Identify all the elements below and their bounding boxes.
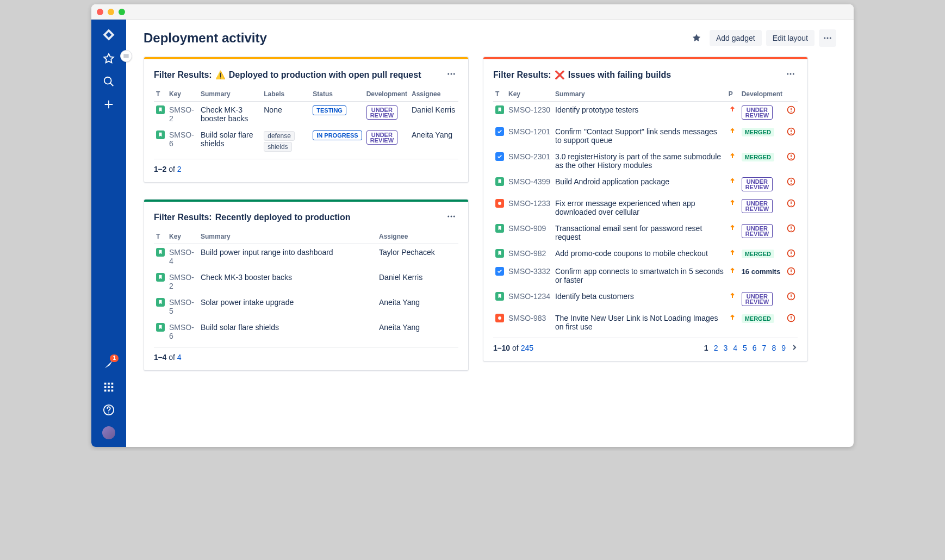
col-summary[interactable]: Summary (198, 87, 262, 102)
create-icon[interactable] (102, 98, 115, 111)
favorite-dashboard-button[interactable] (688, 29, 705, 47)
page-title: Deployment activity (144, 30, 267, 46)
issue-summary[interactable]: Identify prototype testers (555, 105, 638, 114)
search-icon[interactable] (102, 75, 115, 88)
apps-icon[interactable] (102, 381, 115, 394)
col-development[interactable]: Development (364, 87, 409, 102)
page-number[interactable]: 1 (704, 344, 708, 352)
issue-key[interactable]: SMSO-4399 (508, 177, 550, 186)
issue-key[interactable]: SMSO-3332 (508, 267, 550, 276)
page-number[interactable]: 8 (772, 344, 776, 352)
col-priority[interactable]: P (726, 87, 739, 102)
issue-row[interactable]: SMSO-2Check MK-3 booster backsNoneTESTIN… (154, 102, 458, 127)
issue-summary[interactable]: Build power input range into dashboard (201, 248, 333, 257)
col-type[interactable]: T (154, 87, 167, 102)
issue-key[interactable]: SMSO-1201 (508, 127, 550, 136)
jira-logo-icon[interactable] (101, 27, 116, 42)
page-number[interactable]: 9 (781, 344, 786, 352)
issue-key[interactable]: SMSO-4 (169, 248, 194, 265)
window-close-button[interactable] (97, 9, 103, 15)
label-tag[interactable]: shields (264, 142, 291, 152)
issue-key[interactable]: SMSO-6 (169, 130, 194, 148)
page-number[interactable]: 7 (762, 344, 767, 352)
issue-row[interactable]: SMSO-1230Identify prototype testersUNDER… (493, 102, 798, 124)
col-key[interactable]: Key (506, 87, 553, 102)
issue-summary[interactable]: Fix error message experienced when app d… (555, 199, 695, 216)
issue-summary[interactable]: Check MK-3 booster backs (201, 273, 292, 282)
issue-summary[interactable]: Build Android application package (555, 177, 669, 186)
col-status[interactable]: Status (310, 87, 364, 102)
issue-key[interactable]: SMSO-983 (508, 314, 546, 322)
issue-row[interactable]: SMSO-6Build solar flare shieldsdefense s… (154, 127, 458, 159)
gadget-menu-button[interactable] (444, 209, 458, 225)
col-labels[interactable]: Labels (262, 87, 310, 102)
issue-summary[interactable]: Confirm "Contact Support" link sends mes… (555, 127, 717, 145)
issue-summary[interactable]: The Invite New User Link is Not Loading … (555, 314, 718, 331)
col-assignee[interactable]: Assignee (377, 229, 458, 244)
issue-row[interactable]: SMSO-3332Confirm app connects to smartwa… (493, 263, 798, 288)
issue-summary[interactable]: 3.0 registerHistory is part of the same … (555, 152, 721, 170)
issue-key[interactable]: SMSO-1230 (508, 105, 550, 114)
add-gadget-button[interactable]: Add gadget (710, 30, 762, 46)
issue-row[interactable]: SMSO-983The Invite New User Link is Not … (493, 310, 798, 338)
help-icon[interactable] (102, 403, 115, 416)
edit-layout-button[interactable]: Edit layout (766, 30, 815, 46)
issue-row[interactable]: SMSO-1233Fix error message experienced w… (493, 195, 798, 220)
page-number[interactable]: 2 (714, 344, 718, 352)
issue-summary[interactable]: Build solar flare shields (201, 130, 253, 148)
col-development[interactable]: Development (739, 87, 785, 102)
issue-summary[interactable]: Check MK-3 booster backs (201, 105, 248, 123)
gadget-menu-button[interactable] (784, 67, 798, 83)
issue-key[interactable]: SMSO-909 (508, 224, 546, 233)
issue-row[interactable]: SMSO-1201Confirm "Contact Support" link … (493, 123, 798, 148)
col-type[interactable]: T (154, 229, 167, 244)
page-number[interactable]: 3 (723, 344, 728, 352)
gadget-menu-button[interactable] (444, 67, 458, 83)
col-assignee[interactable]: Assignee (409, 87, 458, 102)
issue-summary[interactable]: Confirm app connects to smartwatch in 5 … (555, 267, 724, 284)
issue-row[interactable]: SMSO-6Build solar flare shieldsAneita Ya… (154, 319, 458, 347)
col-summary[interactable]: Summary (553, 87, 726, 102)
sidebar-collapse-button[interactable] (120, 50, 132, 62)
total-link[interactable]: 4 (177, 353, 182, 362)
issue-key[interactable]: SMSO-2 (169, 105, 194, 123)
issue-row[interactable]: SMSO-909Transactional email sent for pas… (493, 220, 798, 245)
col-key[interactable]: Key (167, 229, 198, 244)
issue-summary[interactable]: Transactional email sent for password re… (555, 224, 702, 241)
issue-summary[interactable]: Add promo-code coupons to mobile checkou… (555, 249, 708, 258)
issue-key[interactable]: SMSO-1234 (508, 292, 550, 301)
total-link[interactable]: 245 (521, 344, 533, 352)
issue-key[interactable]: SMSO-6 (169, 323, 194, 340)
star-icon[interactable] (102, 52, 115, 65)
label-tag[interactable]: defense (264, 131, 295, 141)
build-failed-icon (787, 199, 795, 208)
more-actions-button[interactable] (819, 29, 836, 47)
issue-key[interactable]: SMSO-2 (169, 273, 194, 290)
col-key[interactable]: Key (167, 87, 198, 102)
issue-key[interactable]: SMSO-982 (508, 249, 546, 258)
issue-key[interactable]: SMSO-1233 (508, 199, 550, 208)
issue-row[interactable]: SMSO-1234Identify beta customersUNDERREV… (493, 288, 798, 310)
window-maximize-button[interactable] (119, 9, 125, 15)
page-number[interactable]: 6 (753, 344, 757, 352)
issue-row[interactable]: SMSO-982Add promo-code coupons to mobile… (493, 245, 798, 263)
issue-summary[interactable]: Solar power intake upgrade (201, 298, 294, 307)
notifications-icon[interactable]: 1 (102, 358, 115, 371)
col-type[interactable]: T (493, 87, 506, 102)
total-link[interactable]: 2 (177, 165, 182, 173)
issue-summary[interactable]: Build solar flare shields (201, 323, 279, 332)
issue-key[interactable]: SMSO-2301 (508, 152, 550, 161)
page-number[interactable]: 5 (743, 344, 747, 352)
issue-row[interactable]: SMSO-4Build power input range into dashb… (154, 244, 458, 270)
next-page-icon[interactable] (791, 344, 798, 352)
issue-row[interactable]: SMSO-5Solar power intake upgradeAneita Y… (154, 294, 458, 319)
issue-summary[interactable]: Identify beta customers (555, 292, 634, 301)
window-minimize-button[interactable] (108, 9, 114, 15)
page-number[interactable]: 4 (733, 344, 737, 352)
issue-row[interactable]: SMSO-4399Build Android application packa… (493, 173, 798, 195)
col-summary[interactable]: Summary (198, 229, 377, 244)
issue-row[interactable]: SMSO-2Check MK-3 booster backsDaniel Ker… (154, 269, 458, 294)
issue-row[interactable]: SMSO-23013.0 registerHistory is part of … (493, 148, 798, 173)
issue-key[interactable]: SMSO-5 (169, 298, 194, 315)
user-avatar[interactable] (102, 426, 115, 439)
